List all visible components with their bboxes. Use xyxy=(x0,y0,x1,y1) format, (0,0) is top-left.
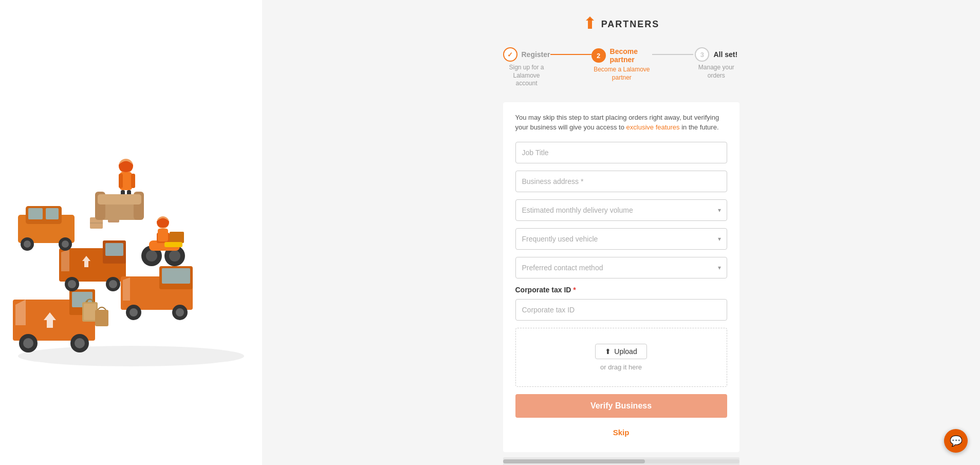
steps-container: ✓ Register Sign up for aLalamove account… xyxy=(503,47,739,88)
svg-point-33 xyxy=(176,308,184,317)
step-partner-circle: 2 xyxy=(591,48,606,63)
svg-point-5 xyxy=(23,338,33,348)
job-title-input[interactable] xyxy=(515,142,727,163)
corporate-tax-required-star: * xyxy=(573,286,576,294)
svg-rect-22 xyxy=(46,208,59,219)
business-address-group xyxy=(515,171,727,192)
svg-marker-34 xyxy=(123,277,130,301)
svg-rect-43 xyxy=(170,232,184,243)
svg-rect-62 xyxy=(95,310,108,326)
svg-rect-29 xyxy=(162,268,190,284)
svg-point-26 xyxy=(62,240,69,248)
step-partner-subtitle: Become a Lalamovepartner xyxy=(594,66,650,82)
frequently-vehicle-select[interactable]: Frequently used vehicle Motorcycle Car V… xyxy=(515,228,727,250)
logo-icon xyxy=(583,15,597,33)
svg-point-36 xyxy=(169,250,180,262)
step-partner-title: Become partner xyxy=(610,47,653,64)
svg-rect-48 xyxy=(131,174,135,188)
step-register-subtitle: Sign up for aLalamove account xyxy=(503,64,550,88)
scrollbar-thumb xyxy=(503,459,645,463)
svg-point-24 xyxy=(24,240,31,248)
upload-button[interactable]: ⬆ Upload xyxy=(595,344,646,359)
svg-point-0 xyxy=(18,346,244,366)
chat-button[interactable]: 💬 xyxy=(944,429,968,453)
preferred-contact-wrapper: Preferred contact method Email Phone Wha… xyxy=(515,257,727,278)
logo-area: PARTNERS xyxy=(583,15,660,33)
form-container: You may skip this step to start placing … xyxy=(503,102,739,452)
svg-marker-17 xyxy=(61,249,69,271)
right-panel: PARTNERS ✓ Register Sign up for aLalamov… xyxy=(262,0,980,465)
preferred-contact-group: Preferred contact method Email Phone Wha… xyxy=(515,257,727,278)
svg-point-7 xyxy=(75,338,85,348)
svg-rect-12 xyxy=(105,243,123,256)
skip-button[interactable]: Skip xyxy=(515,425,727,440)
step-allset: 3 All set! Manage your orders xyxy=(693,47,739,80)
corporate-tax-id-label: Corporate tax ID * xyxy=(515,286,727,294)
upload-area[interactable]: ⬆ Upload or drag it here xyxy=(515,328,727,387)
corporate-tax-id-input[interactable] xyxy=(515,299,727,321)
step-allset-circle: 3 xyxy=(695,47,709,62)
svg-rect-59 xyxy=(84,304,96,320)
step-connector-2 xyxy=(652,54,693,55)
vehicles-illustration xyxy=(0,0,262,465)
info-text: You may skip this step to start placing … xyxy=(515,113,727,133)
svg-point-38 xyxy=(146,250,157,262)
step-register: ✓ Register Sign up for aLalamove account xyxy=(503,47,550,88)
left-illustration-panel xyxy=(0,0,262,465)
corporate-tax-id-group: Corporate tax ID * xyxy=(515,286,727,321)
svg-rect-42 xyxy=(158,229,168,241)
step-allset-header: 3 All set! xyxy=(695,47,737,62)
svg-point-14 xyxy=(68,280,76,288)
step-partner: 2 Become partner Become a Lalamovepartne… xyxy=(591,47,653,82)
upload-button-label: Upload xyxy=(614,347,637,356)
estimated-volume-group: Estimated monthly delivery volume 0-50 5… xyxy=(515,199,727,221)
business-address-input[interactable] xyxy=(515,171,727,192)
estimated-volume-wrapper: Estimated monthly delivery volume 0-50 5… xyxy=(515,199,727,221)
svg-point-31 xyxy=(130,308,138,317)
upload-icon: ⬆ xyxy=(605,347,611,356)
frequently-vehicle-group: Frequently used vehicle Motorcycle Car V… xyxy=(515,228,727,250)
svg-rect-47 xyxy=(119,174,123,188)
step-allset-title: All set! xyxy=(713,50,737,59)
svg-marker-67 xyxy=(586,16,594,29)
scrollbar-track xyxy=(503,459,739,463)
svg-rect-21 xyxy=(28,208,43,219)
preferred-contact-select[interactable]: Preferred contact method Email Phone Wha… xyxy=(515,257,727,278)
job-title-group xyxy=(515,142,727,163)
svg-rect-44 xyxy=(164,242,182,247)
frequently-vehicle-wrapper: Frequently used vehicle Motorcycle Car V… xyxy=(515,228,727,250)
logo-text: PARTNERS xyxy=(601,19,660,30)
chat-icon: 💬 xyxy=(950,435,963,447)
upload-or-text: or drag it here xyxy=(600,363,642,371)
estimated-volume-select[interactable]: Estimated monthly delivery volume 0-50 5… xyxy=(515,199,727,221)
step-register-circle: ✓ xyxy=(503,47,517,62)
step-partner-header: 2 Become partner xyxy=(591,47,653,64)
svg-point-16 xyxy=(109,280,117,288)
verify-business-button[interactable]: Verify Business xyxy=(515,394,727,418)
step-connector-1 xyxy=(550,54,591,55)
step-register-title: Register xyxy=(522,50,550,59)
step-allset-subtitle: Manage your orders xyxy=(693,64,739,80)
svg-rect-66 xyxy=(98,194,141,204)
step-register-header: ✓ Register xyxy=(503,47,550,62)
horizontal-scrollbar[interactable] xyxy=(503,457,739,465)
